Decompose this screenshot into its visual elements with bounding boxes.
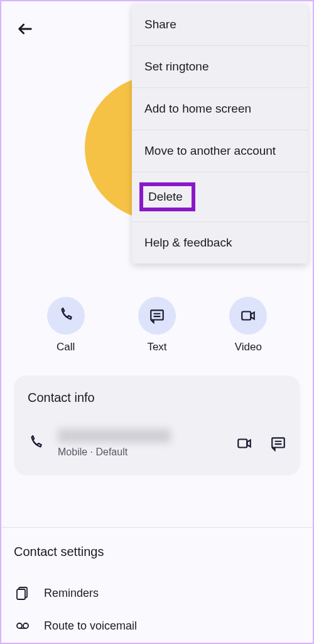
text-label: Text (147, 341, 166, 353)
svg-point-7 (23, 623, 28, 628)
phone-type-label: Mobile · Default (58, 447, 225, 458)
overflow-menu: Share Set ringtone Add to home screen Mo… (132, 4, 308, 264)
phone-icon (58, 308, 74, 324)
phone-icon (28, 435, 44, 452)
menu-item-set-ringtone[interactable]: Set ringtone (132, 46, 308, 88)
message-icon[interactable] (270, 435, 286, 452)
svg-rect-3 (272, 438, 284, 447)
video-button[interactable]: Video (229, 297, 267, 353)
reminders-row[interactable]: Reminders (14, 577, 300, 609)
menu-item-share[interactable]: Share (132, 4, 308, 46)
contact-settings: Contact settings Reminders Route to voic… (14, 545, 300, 642)
contact-info-card: Contact info Mobile · Default (14, 375, 300, 475)
settings-title: Contact settings (14, 545, 300, 559)
menu-item-delete[interactable]: Delete (132, 172, 308, 222)
arrow-left-icon (16, 20, 34, 38)
menu-item-add-home[interactable]: Add to home screen (132, 88, 308, 130)
reminders-icon (15, 586, 30, 601)
back-button[interactable] (16, 20, 34, 40)
menu-item-move-account[interactable]: Move to another account (132, 130, 308, 172)
phone-row[interactable]: Mobile · Default (28, 429, 286, 458)
delete-highlight-box: Delete (139, 182, 195, 211)
video-icon[interactable] (236, 435, 252, 452)
voicemail-row[interactable]: Route to voicemail (14, 609, 300, 642)
quick-actions: Call Text Video (1, 297, 313, 353)
call-label: Call (57, 341, 75, 353)
text-button[interactable]: Text (138, 297, 176, 353)
contact-info-title: Contact info (28, 391, 286, 405)
divider (1, 527, 313, 528)
svg-rect-2 (238, 440, 247, 448)
video-icon (240, 308, 256, 324)
phone-number-redacted (58, 429, 171, 443)
voicemail-label: Route to voicemail (44, 619, 137, 633)
voicemail-icon (15, 618, 30, 633)
svg-rect-0 (151, 310, 163, 319)
video-label: Video (235, 341, 262, 353)
message-icon (149, 308, 165, 324)
menu-item-help[interactable]: Help & feedback (132, 222, 308, 264)
svg-point-6 (17, 623, 22, 628)
svg-rect-1 (242, 312, 251, 320)
reminders-label: Reminders (44, 587, 99, 600)
svg-rect-5 (17, 589, 25, 599)
call-button[interactable]: Call (47, 297, 85, 353)
